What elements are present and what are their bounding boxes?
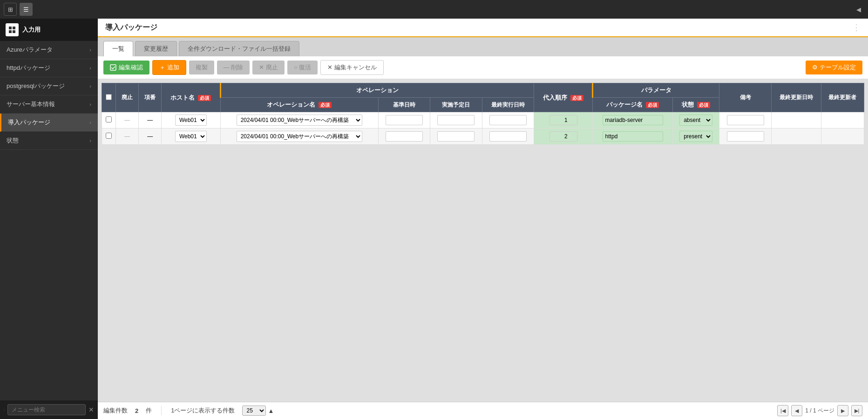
per-page-label: 1ページに表示する件数 [171,406,235,415]
edit-count-label: 編集件数 [103,406,128,415]
row1-hostname-select[interactable]: Web01 [175,115,207,126]
confirm-edit-button[interactable]: 編集確認 [103,61,149,74]
row2-hostname-select[interactable]: Web01 [175,131,207,142]
sidebar-item-httpd[interactable]: httpdパッケージ › [0,59,98,77]
delete-button[interactable]: ― 削除 [217,61,250,74]
tab-list[interactable]: 一覧 [103,41,133,56]
chevron-up-icon: ▲ [268,407,274,414]
sidebar-title: 入力用 [22,26,41,34]
sidebar-item-label: 状態 [7,136,19,145]
menu-search-input[interactable] [7,404,86,415]
svg-rect-3 [13,30,15,33]
last-page-button[interactable]: ▶| [851,405,862,416]
th-operation-group: オペレーション [220,83,534,98]
copy-button[interactable]: 複製 [189,61,214,74]
th-package-name: パッケージ名 必須 [593,98,672,112]
row2-last-exec-date-input[interactable] [489,131,527,142]
proxyorder-required-badge: 必須 [570,95,583,101]
add-button[interactable]: ＋ 追加 [152,60,186,75]
sidebar-item-install-package[interactable]: 導入パッケージ › [0,114,98,132]
tab-history[interactable]: 変更履歴 [135,41,177,56]
row1-status-select[interactable]: absent present [679,115,712,126]
row1-base-date-input[interactable] [386,115,423,125]
sidebar-item-label: postgresqlパッケージ [7,82,65,90]
row1-last-updated-date [771,112,821,128]
row1-proxy-order-input[interactable] [549,115,577,125]
row2-hostname[interactable]: Web01 [162,128,220,145]
row2-status[interactable]: absent present [672,128,719,145]
row2-checkbox-cell [102,128,116,145]
row2-checkbox[interactable] [106,133,112,139]
row1-status[interactable]: absent present [672,112,719,128]
row1-package-name-input[interactable] [603,115,663,125]
main-layout: 入力用 Azureパラメータ › httpdパッケージ › postgresql… [0,19,868,419]
header-more-icon[interactable]: ⋮ [852,22,861,33]
row1-hostname[interactable]: Web01 [162,112,220,128]
row2-proxy-order[interactable] [534,128,593,145]
svg-rect-2 [9,30,12,33]
row2-package-name-input[interactable] [603,131,663,142]
first-page-button[interactable]: |◀ [777,405,788,416]
th-hostname: ホスト名 必須 [162,83,220,112]
per-page-select-wrapper: 25 50 100 ▲ [242,405,274,416]
sidebar-item-server-basic[interactable]: サーバー基本情報 › [0,95,98,114]
discard-button[interactable]: ✕ 廃止 [252,61,285,74]
row1-checkbox[interactable] [106,116,112,122]
row2-discard: — [116,128,139,145]
table-area: 廃止 項番 ホスト名 必須 オペレーション 代入順序 必須 [98,79,868,402]
row1-remarks-input[interactable] [727,115,764,125]
tab-download[interactable]: 全件ダウンロード・ファイル一括登録 [179,41,299,56]
sidebar-item-label: Azureパラメータ [7,46,53,54]
row2-base-date [378,128,430,145]
per-page-select[interactable]: 25 50 100 [242,405,266,416]
th-last-updated-by: 最終更新者 [821,83,864,112]
collapse-icon[interactable]: ◀ [853,4,864,15]
row2-scheduled-date [430,128,482,145]
row2-base-date-input[interactable] [386,131,423,142]
th-rownum: 項番 [139,83,162,112]
row2-remarks[interactable] [719,128,771,145]
select-all-checkbox[interactable] [106,94,112,100]
row1-remarks[interactable] [719,112,771,128]
th-discard: 廃止 [116,83,139,112]
row1-operation[interactable]: 2024/04/01 00:00_Webサーバーへの再構築 [220,112,378,128]
sidebar-item-label: 導入パッケージ [8,118,50,127]
row2-proxy-order-input[interactable] [549,131,577,142]
row1-last-exec-date-input[interactable] [489,115,527,125]
list-view-icon[interactable]: ☰ [20,3,33,16]
sidebar-header: 入力用 [0,19,98,41]
sidebar-item-azure[interactable]: Azureパラメータ › [0,41,98,59]
pagination: |◀ ◀ 1 / 1 ページ ▶ ▶| [777,405,862,416]
table-row: — — Web01 2024/04/01 00:00_Webサーバーへの再構築 [102,128,864,145]
row2-package-name[interactable] [593,128,672,145]
content-area: 導入パッケージ ⋮ 一覧 変更履歴 全件ダウンロード・ファイル一括登録 編集確認… [98,19,868,419]
row1-proxy-order[interactable] [534,112,593,128]
next-page-button[interactable]: ▶ [837,405,848,416]
data-table: 廃止 項番 ホスト名 必須 オペレーション 代入順序 必須 [102,83,864,145]
sidebar-item-postgresql[interactable]: postgresqlパッケージ › [0,77,98,95]
svg-point-4 [4,409,4,410]
svg-rect-1 [13,27,15,29]
cancel-edit-button[interactable]: ✕ 編集キャンセル [320,60,384,75]
row2-status-select[interactable]: absent present [679,131,712,142]
th-operation-name: オペレーション名 必須 [220,98,378,112]
row1-operation-select[interactable]: 2024/04/01 00:00_Webサーバーへの再構築 [237,115,362,126]
row2-remarks-input[interactable] [727,131,764,142]
row2-scheduled-date-input[interactable] [437,131,475,142]
sidebar-item-status[interactable]: 状態 › [0,132,98,150]
row2-operation[interactable]: 2024/04/01 00:00_Webサーバーへの再構築 [220,128,378,145]
clear-search-button[interactable]: ✕ [88,406,94,413]
prev-page-button[interactable]: ◀ [791,405,802,416]
row2-operation-select[interactable]: 2024/04/01 00:00_Webサーバーへの再構築 [237,131,362,142]
row1-package-name[interactable] [593,112,672,128]
grid-view-icon[interactable]: ⊞ [4,3,17,16]
row1-discard: — [116,112,139,128]
row1-scheduled-date-input[interactable] [437,115,475,125]
hostname-required-badge: 必須 [198,95,211,101]
chevron-right-icon: › [89,101,91,107]
row2-last-updated-date [771,128,821,145]
sidebar-search: ✕ [0,400,98,419]
table-settings-button[interactable]: ⚙ テーブル設定 [806,61,862,74]
chevron-right-icon: › [89,47,91,53]
restore-button[interactable]: ○ 復活 [287,61,318,74]
